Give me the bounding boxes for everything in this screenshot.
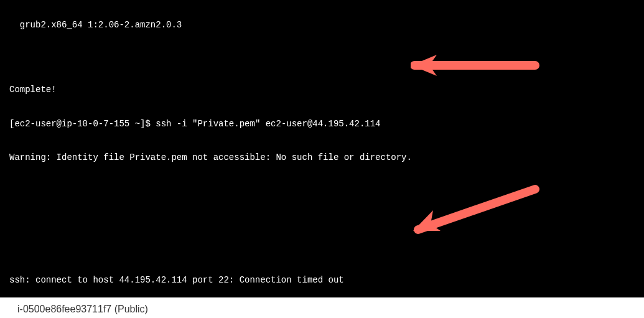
terminal-line: Warning: Identity file Private.pem not a… <box>9 152 635 163</box>
ssh-command: ssh -i "Private.pem" ec2-user@44.195.42.… <box>156 119 380 129</box>
status-bar: i-0500e86fee93711f7 (Public) <box>0 297 644 318</box>
terminal-line: Complete! <box>9 84 635 95</box>
terminal-window[interactable]: grub2.x86_64 1:2.06-2.amzn2.0.3 Complete… <box>0 0 644 297</box>
terminal-line: ssh: connect to host 44.195.42.114 port … <box>9 274 635 286</box>
instance-id-label: i-0500e86fee93711f7 (Public) <box>17 304 148 314</box>
terminal-line: [ec2-user@ip-10-0-7-155 ~]$ ssh -i "Priv… <box>9 118 635 129</box>
terminal-line: grub2.x86_64 1:2.06-2.amzn2.0.3 <box>9 19 635 30</box>
prompt: [ec2-user@ip-10-0-7-155 ~]$ <box>9 119 156 129</box>
